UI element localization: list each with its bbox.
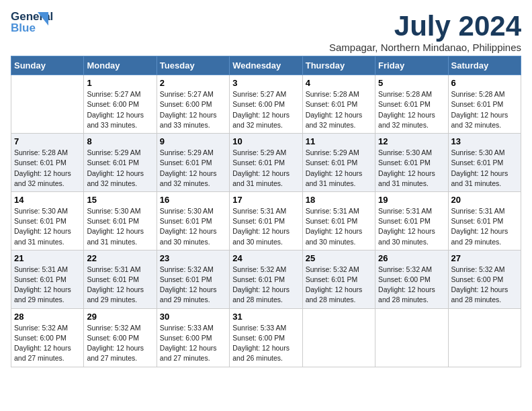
calendar-day-header: Sunday: [11, 56, 84, 75]
day-info: Sunrise: 5:29 AMSunset: 6:01 PMDaylight:…: [160, 148, 217, 187]
calendar-cell: 30 Sunrise: 5:33 AMSunset: 6:00 PMDaylig…: [157, 308, 229, 367]
day-info: Sunrise: 5:30 AMSunset: 6:01 PMDaylight:…: [14, 207, 71, 246]
calendar-day-header: Friday: [375, 56, 448, 75]
calendar-table: SundayMondayTuesdayWednesdayThursdayFrid…: [11, 56, 521, 367]
day-info: Sunrise: 5:33 AMSunset: 6:00 PMDaylight:…: [160, 324, 217, 363]
calendar-cell: 28 Sunrise: 5:32 AMSunset: 6:00 PMDaylig…: [11, 308, 84, 367]
calendar-week-row: 14 Sunrise: 5:30 AMSunset: 6:01 PMDaylig…: [11, 191, 521, 250]
day-info: Sunrise: 5:32 AMSunset: 6:01 PMDaylight:…: [232, 265, 290, 304]
day-number: 25: [306, 253, 372, 263]
day-number: 7: [14, 136, 81, 146]
calendar-cell: 16 Sunrise: 5:30 AMSunset: 6:01 PMDaylig…: [157, 191, 229, 250]
day-number: 3: [232, 78, 299, 88]
day-info: Sunrise: 5:31 AMSunset: 6:01 PMDaylight:…: [451, 207, 508, 246]
calendar-cell: 17 Sunrise: 5:31 AMSunset: 6:01 PMDaylig…: [230, 191, 302, 250]
day-number: 6: [451, 78, 518, 88]
header-area: General Blue July 2024 Sampagar, Norther…: [11, 11, 521, 53]
calendar-cell: 26 Sunrise: 5:32 AMSunset: 6:00 PMDaylig…: [375, 250, 448, 308]
day-number: 15: [87, 195, 153, 205]
day-number: 22: [87, 253, 153, 263]
calendar-day-header: Wednesday: [230, 56, 302, 75]
calendar-cell: 29 Sunrise: 5:32 AMSunset: 6:00 PMDaylig…: [84, 308, 157, 367]
calendar-cell: 22 Sunrise: 5:31 AMSunset: 6:01 PMDaylig…: [84, 250, 157, 308]
calendar-cell: 10 Sunrise: 5:29 AMSunset: 6:01 PMDaylig…: [230, 134, 302, 192]
calendar-cell: 11 Sunrise: 5:29 AMSunset: 6:01 PMDaylig…: [302, 134, 375, 192]
calendar-cell: 13 Sunrise: 5:30 AMSunset: 6:01 PMDaylig…: [448, 134, 521, 192]
calendar-cell: 25 Sunrise: 5:32 AMSunset: 6:01 PMDaylig…: [302, 250, 375, 308]
day-info: Sunrise: 5:32 AMSunset: 6:00 PMDaylight:…: [14, 324, 71, 363]
calendar-cell: 21 Sunrise: 5:31 AMSunset: 6:01 PMDaylig…: [11, 250, 84, 308]
calendar-cell: 31 Sunrise: 5:33 AMSunset: 6:00 PMDaylig…: [230, 308, 302, 367]
day-number: 23: [160, 253, 226, 263]
calendar-cell: [375, 308, 448, 367]
day-info: Sunrise: 5:30 AMSunset: 6:01 PMDaylight:…: [451, 148, 508, 187]
day-info: Sunrise: 5:29 AMSunset: 6:01 PMDaylight:…: [87, 148, 144, 187]
calendar-cell: 20 Sunrise: 5:31 AMSunset: 6:01 PMDaylig…: [448, 191, 521, 250]
calendar-week-row: 1 Sunrise: 5:27 AMSunset: 6:00 PMDayligh…: [11, 75, 521, 134]
calendar-day-header: Tuesday: [157, 56, 229, 75]
day-number: 17: [232, 195, 299, 205]
day-info: Sunrise: 5:27 AMSunset: 6:00 PMDaylight:…: [160, 90, 217, 129]
day-info: Sunrise: 5:28 AMSunset: 6:01 PMDaylight:…: [451, 90, 508, 129]
day-info: Sunrise: 5:27 AMSunset: 6:00 PMDaylight:…: [232, 90, 290, 129]
calendar-day-header: Thursday: [302, 56, 375, 75]
day-info: Sunrise: 5:28 AMSunset: 6:01 PMDaylight:…: [306, 90, 363, 129]
day-info: Sunrise: 5:32 AMSunset: 6:01 PMDaylight:…: [306, 265, 363, 304]
day-info: Sunrise: 5:31 AMSunset: 6:01 PMDaylight:…: [306, 207, 363, 246]
day-info: Sunrise: 5:31 AMSunset: 6:01 PMDaylight:…: [378, 207, 435, 246]
day-number: 29: [87, 312, 153, 322]
day-number: 1: [87, 78, 153, 88]
title-area: July 2024 Sampagar, Northern Mindanao, P…: [329, 11, 521, 53]
calendar-cell: [302, 308, 375, 367]
calendar-cell: 12 Sunrise: 5:30 AMSunset: 6:01 PMDaylig…: [375, 134, 448, 192]
calendar-cell: 1 Sunrise: 5:27 AMSunset: 6:00 PMDayligh…: [84, 75, 157, 134]
calendar-day-header: Monday: [84, 56, 157, 75]
day-info: Sunrise: 5:28 AMSunset: 6:01 PMDaylight:…: [378, 90, 435, 129]
day-number: 12: [378, 136, 445, 146]
day-number: 14: [14, 195, 81, 205]
day-number: 28: [14, 312, 81, 322]
day-number: 30: [160, 312, 226, 322]
day-info: Sunrise: 5:32 AMSunset: 6:01 PMDaylight:…: [160, 265, 217, 304]
calendar-cell: 18 Sunrise: 5:31 AMSunset: 6:01 PMDaylig…: [302, 191, 375, 250]
day-number: 11: [306, 136, 372, 146]
day-number: 27: [451, 253, 518, 263]
calendar-cell: 6 Sunrise: 5:28 AMSunset: 6:01 PMDayligh…: [448, 75, 521, 134]
day-number: 20: [451, 195, 518, 205]
day-info: Sunrise: 5:32 AMSunset: 6:00 PMDaylight:…: [451, 265, 508, 304]
svg-marker-0: [38, 12, 48, 26]
calendar-cell: 23 Sunrise: 5:32 AMSunset: 6:01 PMDaylig…: [157, 250, 229, 308]
day-number: 26: [378, 253, 445, 263]
day-number: 10: [232, 136, 299, 146]
day-info: Sunrise: 5:29 AMSunset: 6:01 PMDaylight:…: [232, 148, 290, 187]
day-info: Sunrise: 5:32 AMSunset: 6:00 PMDaylight:…: [87, 324, 144, 363]
calendar-cell: 7 Sunrise: 5:28 AMSunset: 6:01 PMDayligh…: [11, 134, 84, 192]
day-number: 4: [306, 78, 372, 88]
day-info: Sunrise: 5:29 AMSunset: 6:01 PMDaylight:…: [306, 148, 363, 187]
calendar-cell: 24 Sunrise: 5:32 AMSunset: 6:01 PMDaylig…: [230, 250, 302, 308]
calendar-cell: 14 Sunrise: 5:30 AMSunset: 6:01 PMDaylig…: [11, 191, 84, 250]
day-number: 19: [378, 195, 445, 205]
calendar-cell: 4 Sunrise: 5:28 AMSunset: 6:01 PMDayligh…: [302, 75, 375, 134]
logo: General Blue: [11, 11, 46, 39]
day-info: Sunrise: 5:30 AMSunset: 6:01 PMDaylight:…: [87, 207, 144, 246]
day-number: 18: [306, 195, 372, 205]
calendar-cell: 2 Sunrise: 5:27 AMSunset: 6:00 PMDayligh…: [157, 75, 229, 134]
day-number: 24: [232, 253, 299, 263]
calendar-cell: 8 Sunrise: 5:29 AMSunset: 6:01 PMDayligh…: [84, 134, 157, 192]
day-info: Sunrise: 5:27 AMSunset: 6:00 PMDaylight:…: [87, 90, 144, 129]
calendar-header-row: SundayMondayTuesdayWednesdayThursdayFrid…: [11, 56, 521, 75]
calendar-cell: 19 Sunrise: 5:31 AMSunset: 6:01 PMDaylig…: [375, 191, 448, 250]
day-number: 31: [232, 312, 299, 322]
day-info: Sunrise: 5:33 AMSunset: 6:00 PMDaylight:…: [232, 324, 290, 363]
day-number: 8: [87, 136, 153, 146]
subtitle: Sampagar, Northern Mindanao, Philippines: [329, 42, 521, 53]
calendar-cell: 5 Sunrise: 5:28 AMSunset: 6:01 PMDayligh…: [375, 75, 448, 134]
calendar-cell: 3 Sunrise: 5:27 AMSunset: 6:00 PMDayligh…: [230, 75, 302, 134]
calendar-day-header: Saturday: [448, 56, 521, 75]
calendar-week-row: 28 Sunrise: 5:32 AMSunset: 6:00 PMDaylig…: [11, 308, 521, 367]
day-info: Sunrise: 5:32 AMSunset: 6:00 PMDaylight:…: [378, 265, 435, 304]
calendar-cell: [11, 75, 84, 134]
day-number: 21: [14, 253, 81, 263]
day-number: 16: [160, 195, 226, 205]
